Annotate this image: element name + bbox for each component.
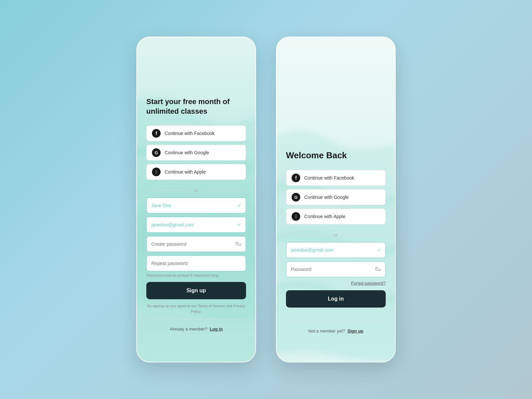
login-title: Welcome Back: [286, 150, 386, 161]
login-phone: Welcome Back f Continue with Facebook G …: [276, 37, 396, 362]
email-input[interactable]: [146, 217, 246, 233]
login-google-button[interactable]: G Continue with Google: [286, 189, 386, 205]
signup-link[interactable]: Sign up: [347, 329, 363, 333]
facebook-button[interactable]: f Continue with Facebook: [146, 125, 246, 141]
login-email-input[interactable]: [286, 242, 386, 258]
login-email-wrapper: ✓: [286, 242, 386, 258]
login-bottom-divider: [286, 322, 386, 322]
forgot-password-link[interactable]: Forgot password?: [351, 281, 386, 286]
login-password-input[interactable]: [286, 261, 386, 277]
name-field-wrapper: ✓: [146, 198, 246, 213]
password-input[interactable]: [146, 236, 246, 252]
password-hint: Password must be at least 8 characters l…: [146, 273, 246, 277]
signup-button[interactable]: Sign up: [146, 282, 246, 299]
password-eye-icon[interactable]: [235, 241, 241, 247]
login-email-check-icon: ✓: [377, 247, 381, 253]
facebook-label: Continue with Facebook: [165, 131, 214, 136]
login-facebook-label: Continue with Facebook: [304, 175, 354, 181]
password-field-wrapper: [146, 236, 246, 252]
signup-phone: Start your free month of unlimited class…: [136, 37, 256, 362]
login-google-label: Continue with Google: [304, 195, 349, 200]
bottom-nav: Already a member? Log in: [146, 327, 246, 332]
login-apple-label: Continue with Apple: [304, 214, 345, 219]
email-check-icon: ✓: [237, 222, 241, 227]
repeat-password-input[interactable]: [146, 255, 246, 271]
name-input[interactable]: [146, 198, 246, 213]
apple-button[interactable]:  Continue with Apple: [146, 164, 246, 180]
divider: or: [146, 188, 246, 193]
login-facebook-icon: f: [292, 174, 300, 182]
facebook-icon: f: [152, 129, 161, 138]
login-bottom-nav: Not a member yet? Sign up: [286, 329, 386, 333]
login-eye-icon[interactable]: [375, 267, 381, 272]
login-facebook-button[interactable]: f Continue with Facebook: [286, 170, 386, 186]
login-divider: or: [286, 232, 386, 237]
google-label: Continue with Google: [165, 150, 209, 155]
apple-icon: : [152, 168, 161, 176]
bottom-divider: [146, 320, 246, 320]
terms-text: By signing up you agree to our Terms of …: [146, 303, 246, 314]
repeat-password-wrapper: [146, 255, 246, 271]
name-check-icon: ✓: [237, 203, 241, 208]
login-apple-icon: : [292, 212, 300, 221]
login-link[interactable]: Log in: [210, 327, 223, 332]
apple-label: Continue with Apple: [165, 169, 206, 175]
google-button[interactable]: G Continue with Google: [146, 145, 246, 161]
login-password-wrapper: [286, 261, 386, 277]
google-icon: G: [152, 148, 161, 157]
login-apple-button[interactable]:  Continue with Apple: [286, 208, 386, 224]
login-google-icon: G: [292, 193, 300, 201]
signup-title: Start your free month of unlimited class…: [146, 97, 246, 116]
forgot-password-area: Forgot password?: [286, 281, 386, 286]
email-field-wrapper: ✓: [146, 217, 246, 233]
login-button[interactable]: Log in: [286, 290, 386, 308]
